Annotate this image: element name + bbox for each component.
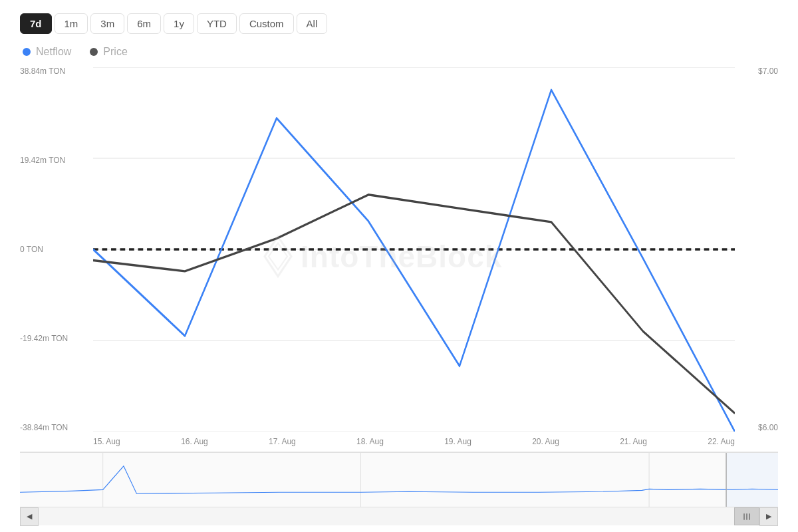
y-axis-left: 38.84m TON 19.42m TON 0 TON -19.42m TON … bbox=[20, 67, 93, 432]
y-label-2: 19.42m TON bbox=[20, 156, 93, 164]
scrollbar: ◀ ▶ bbox=[20, 507, 778, 525]
y-label-zero: 0 TON bbox=[20, 245, 93, 253]
navigator-chart bbox=[20, 453, 778, 507]
time-btn-1y[interactable]: 1y bbox=[164, 13, 194, 34]
price-high: $7.00 bbox=[758, 67, 778, 75]
nav-svg bbox=[20, 453, 778, 507]
legend-price: Price bbox=[90, 46, 127, 58]
x-label-7: 22. Aug bbox=[708, 437, 735, 446]
main-container: 7d1m3m6m1yYTDCustomAll Netflow Price Int… bbox=[0, 0, 798, 532]
x-label-3: 18. Aug bbox=[356, 437, 384, 446]
chart-svg-area bbox=[93, 67, 735, 432]
scroll-thumb-handle bbox=[743, 513, 750, 520]
scroll-right-button[interactable]: ▶ bbox=[759, 507, 778, 526]
x-label-2: 17. Aug bbox=[269, 437, 296, 446]
price-low: $6.00 bbox=[758, 424, 778, 432]
time-range-selector: 7d1m3m6m1yYTDCustomAll bbox=[20, 13, 778, 34]
time-btn-3m[interactable]: 3m bbox=[90, 13, 124, 34]
y-label-bottom: -38.84m TON bbox=[20, 424, 93, 432]
scroll-thumb[interactable] bbox=[734, 507, 759, 525]
x-label-5: 20. Aug bbox=[532, 437, 559, 446]
chart-svg bbox=[93, 67, 735, 432]
chart-legend: Netflow Price bbox=[20, 46, 778, 58]
netflow-label: Netflow bbox=[36, 46, 71, 58]
main-chart: IntoTheBlock 38.84m TON 19.42m TON 0 TON… bbox=[20, 67, 778, 525]
x-axis: 15. Aug 16. Aug 17. Aug 18. Aug 19. Aug … bbox=[93, 432, 735, 452]
x-label-0: 15. Aug bbox=[93, 437, 120, 446]
time-btn-custom[interactable]: Custom bbox=[239, 13, 294, 34]
y-label-neg2: -19.42m TON bbox=[20, 334, 93, 342]
svg-rect-13 bbox=[726, 453, 778, 507]
x-label-1: 16. Aug bbox=[181, 437, 208, 446]
scroll-track bbox=[39, 507, 759, 525]
legend-netflow: Netflow bbox=[23, 46, 71, 58]
time-btn-6m[interactable]: 6m bbox=[127, 13, 161, 34]
chart-area: IntoTheBlock 38.84m TON 19.42m TON 0 TON… bbox=[20, 67, 778, 452]
time-btn-7d[interactable]: 7d bbox=[20, 13, 52, 34]
scroll-left-button[interactable]: ◀ bbox=[20, 507, 39, 526]
netflow-dot bbox=[23, 48, 31, 56]
y-label-top: 38.84m TON bbox=[20, 67, 93, 75]
y-axis-right: $7.00 $6.00 bbox=[738, 67, 778, 432]
x-label-6: 21. Aug bbox=[620, 437, 647, 446]
time-btn-1m[interactable]: 1m bbox=[55, 13, 88, 34]
time-btn-all[interactable]: All bbox=[297, 13, 328, 34]
x-label-4: 19. Aug bbox=[444, 437, 471, 446]
time-btn-ytd[interactable]: YTD bbox=[197, 13, 237, 34]
svg-rect-9 bbox=[20, 453, 778, 507]
navigator: 2020 2022 2024 bbox=[20, 452, 778, 525]
price-dot bbox=[90, 48, 98, 56]
price-label: Price bbox=[103, 46, 127, 58]
